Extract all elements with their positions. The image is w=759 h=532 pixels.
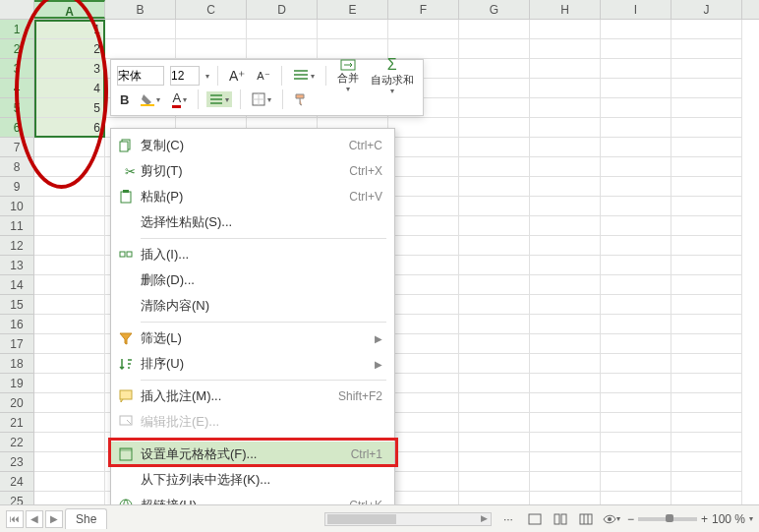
- cell-G6[interactable]: [459, 118, 530, 138]
- cell-E1[interactable]: [318, 20, 388, 39]
- menu-item-16[interactable]: 从下拉列表中选择(K)...: [111, 467, 394, 493]
- cell-F15[interactable]: [388, 295, 459, 315]
- cell-G3[interactable]: [459, 59, 530, 79]
- reading-mode-icon[interactable]: ▾: [602, 510, 621, 528]
- cell-G21[interactable]: [459, 413, 530, 433]
- row-header-20[interactable]: 20: [0, 393, 34, 413]
- cell-J6[interactable]: [671, 118, 742, 138]
- cell-H7[interactable]: [530, 138, 601, 157]
- menu-item-15[interactable]: 设置单元格格式(F)...Ctrl+1: [111, 442, 394, 467]
- cell-H17[interactable]: [530, 334, 601, 354]
- menu-item-7[interactable]: 清除内容(N): [111, 293, 394, 319]
- cell-C2[interactable]: [176, 39, 247, 59]
- row-header-14[interactable]: 14: [0, 275, 34, 295]
- cell-H18[interactable]: [530, 354, 601, 374]
- cell-A16[interactable]: [34, 315, 105, 334]
- cell-G20[interactable]: [459, 393, 530, 413]
- cell-I22[interactable]: [601, 433, 671, 452]
- cell-A12[interactable]: [34, 236, 105, 256]
- dropdown-icon[interactable]: ▾: [205, 72, 209, 81]
- zoom-in-button[interactable]: +: [701, 512, 708, 526]
- cell-J8[interactable]: [671, 157, 742, 177]
- row-header-18[interactable]: 18: [0, 354, 34, 374]
- cell-A17[interactable]: [34, 334, 105, 354]
- cell-H19[interactable]: [530, 374, 601, 393]
- row-header-13[interactable]: 13: [0, 256, 34, 275]
- cell-H21[interactable]: [530, 413, 601, 433]
- cell-H5[interactable]: [530, 98, 601, 118]
- cell-H12[interactable]: [530, 236, 601, 256]
- cell-I18[interactable]: [601, 354, 671, 374]
- cell-A5[interactable]: 5: [34, 98, 105, 118]
- cell-A7[interactable]: [34, 138, 105, 157]
- cell-I8[interactable]: [601, 157, 671, 177]
- cell-G24[interactable]: [459, 472, 530, 492]
- cell-J18[interactable]: [671, 354, 742, 374]
- bold-button[interactable]: B: [117, 90, 132, 109]
- select-all-corner[interactable]: [0, 0, 34, 19]
- row-header-10[interactable]: 10: [0, 197, 34, 216]
- font-name-combo[interactable]: [117, 66, 164, 86]
- menu-item-9[interactable]: 筛选(L)▶: [111, 325, 394, 351]
- cell-A20[interactable]: [34, 393, 105, 413]
- column-header-I[interactable]: I: [601, 0, 671, 19]
- cell-J15[interactable]: [671, 295, 742, 315]
- cell-F22[interactable]: [388, 433, 459, 452]
- cell-I24[interactable]: [601, 472, 671, 492]
- cell-H15[interactable]: [530, 295, 601, 315]
- cell-J5[interactable]: [671, 98, 742, 118]
- column-header-F[interactable]: F: [388, 0, 459, 19]
- cell-H3[interactable]: [530, 59, 601, 79]
- cell-I4[interactable]: [601, 79, 671, 98]
- cell-A4[interactable]: 4: [34, 79, 105, 98]
- cell-J4[interactable]: [671, 79, 742, 98]
- cell-J16[interactable]: [671, 315, 742, 334]
- decrease-font-button[interactable]: A⁻: [254, 68, 272, 85]
- cell-J19[interactable]: [671, 374, 742, 393]
- cell-J12[interactable]: [671, 236, 742, 256]
- font-color-button[interactable]: A▾: [169, 89, 190, 110]
- cell-I20[interactable]: [601, 393, 671, 413]
- cell-D1[interactable]: [247, 20, 318, 39]
- cell-F23[interactable]: [388, 452, 459, 472]
- cell-F21[interactable]: [388, 413, 459, 433]
- cell-H9[interactable]: [530, 177, 601, 197]
- cell-H6[interactable]: [530, 118, 601, 138]
- cell-A22[interactable]: [34, 433, 105, 452]
- cell-G12[interactable]: [459, 236, 530, 256]
- cell-J21[interactable]: [671, 413, 742, 433]
- cell-G19[interactable]: [459, 374, 530, 393]
- cell-A19[interactable]: [34, 374, 105, 393]
- cell-G22[interactable]: [459, 433, 530, 452]
- sheet-tab[interactable]: She: [65, 508, 107, 529]
- row-header-4[interactable]: 4: [0, 79, 34, 98]
- cell-D2[interactable]: [247, 39, 318, 59]
- cell-I23[interactable]: [601, 452, 671, 472]
- cell-A18[interactable]: [34, 354, 105, 374]
- cell-B1[interactable]: [105, 20, 176, 39]
- menu-item-0[interactable]: 复制(C)Ctrl+C: [111, 133, 394, 158]
- cell-I15[interactable]: [601, 295, 671, 315]
- cell-I5[interactable]: [601, 98, 671, 118]
- cell-I21[interactable]: [601, 413, 671, 433]
- cell-C1[interactable]: [176, 20, 247, 39]
- row-header-24[interactable]: 24: [0, 472, 34, 492]
- cell-A2[interactable]: 2: [34, 39, 105, 59]
- row-header-2[interactable]: 2: [0, 39, 34, 59]
- cell-F17[interactable]: [388, 334, 459, 354]
- merge-button[interactable]: 合并▾: [334, 57, 362, 95]
- row-header-21[interactable]: 21: [0, 413, 34, 433]
- increase-font-button[interactable]: A⁺: [226, 66, 248, 86]
- cell-G8[interactable]: [459, 157, 530, 177]
- cell-H4[interactable]: [530, 79, 601, 98]
- cell-G13[interactable]: [459, 256, 530, 275]
- cell-J9[interactable]: [671, 177, 742, 197]
- cell-J10[interactable]: [671, 197, 742, 216]
- format-painter-button[interactable]: [291, 90, 311, 108]
- menu-item-1[interactable]: ✂剪切(T)Ctrl+X: [111, 158, 394, 184]
- cell-F20[interactable]: [388, 393, 459, 413]
- cell-H16[interactable]: [530, 315, 601, 334]
- column-header-H[interactable]: H: [530, 0, 601, 19]
- row-header-12[interactable]: 12: [0, 236, 34, 256]
- row-header-7[interactable]: 7: [0, 138, 34, 157]
